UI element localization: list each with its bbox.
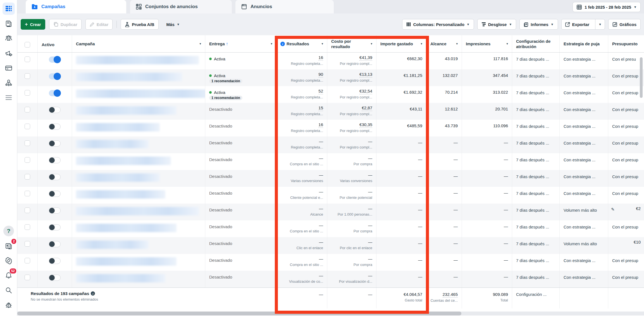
campaign-toggle[interactable]	[49, 107, 61, 113]
campaign-name-redacted[interactable]	[72, 254, 205, 271]
campaign-toggle[interactable]	[49, 174, 61, 180]
columns-button[interactable]: Columnas: Personalizado ▼	[402, 19, 474, 30]
header-budget[interactable]: Presupuesto	[608, 35, 644, 52]
edit-button[interactable]: Editar	[85, 19, 113, 30]
ads-manager-icon[interactable]	[3, 3, 15, 15]
header-campaign[interactable]: Campaña▾	[72, 35, 205, 52]
business-assets-icon[interactable]	[3, 77, 15, 89]
campaign-toggle[interactable]	[49, 56, 61, 63]
row-checkbox[interactable]	[25, 124, 30, 129]
billing-icon[interactable]	[3, 62, 15, 74]
select-all-checkbox[interactable]	[25, 42, 30, 48]
create-button[interactable]: + Crear	[21, 19, 45, 30]
account-overview-icon[interactable]	[3, 17, 15, 30]
row-checkbox[interactable]	[25, 275, 30, 280]
export-button[interactable]: Exportar ▼	[561, 19, 605, 30]
campaign-toggle[interactable]	[49, 275, 61, 281]
row-checkbox[interactable]	[25, 207, 30, 213]
row-checkbox[interactable]	[25, 56, 30, 62]
menu-icon[interactable]	[3, 91, 15, 104]
audiences-icon[interactable]	[3, 32, 15, 44]
duplicate-button[interactable]: Duplicar	[49, 19, 82, 30]
header-attribution[interactable]: Configuración de atribución	[512, 35, 560, 52]
campaign-name-redacted[interactable]	[72, 187, 205, 204]
campaign-name-redacted[interactable]	[72, 136, 205, 153]
campaign-name-redacted[interactable]	[72, 86, 205, 103]
campaign-name-redacted[interactable]	[72, 170, 205, 187]
campaign-toggle[interactable]	[49, 124, 61, 130]
row-checkbox[interactable]	[25, 107, 30, 112]
campaign-name-redacted[interactable]	[72, 237, 205, 254]
header-results[interactable]: iResultados▾	[276, 35, 327, 52]
campaign-toggle[interactable]	[49, 73, 61, 79]
cost-per-result-cell: €30,35Por registro compl...	[327, 120, 376, 136]
campaign-name-redacted[interactable]	[72, 204, 205, 220]
header-bid-strategy[interactable]: Estrategia de puja	[560, 35, 608, 52]
row-checkbox[interactable]	[25, 90, 30, 96]
row-checkbox[interactable]	[25, 241, 30, 247]
campaign-name-redacted[interactable]	[72, 153, 205, 170]
more-button[interactable]: Más ▼	[163, 19, 184, 30]
row-checkbox[interactable]	[25, 224, 30, 230]
redacted-text	[76, 224, 176, 232]
header-cost-per-result[interactable]: Costo por resultado▾	[327, 35, 376, 52]
row-checkbox[interactable]	[25, 140, 30, 146]
campaign-toggle[interactable]	[49, 140, 61, 147]
horizontal-scrollbar[interactable]	[17, 312, 644, 315]
redacted-text	[76, 73, 182, 81]
settings-gear-icon[interactable]	[3, 254, 15, 267]
recommendation-badge[interactable]: 1 recomendación	[209, 79, 242, 83]
delivery-cell: Activa	[205, 53, 276, 69]
cost-per-result-cell: —Por visualización d...	[327, 271, 376, 287]
header-reach[interactable]: Alcance▾	[426, 35, 462, 52]
delivery-cell: Desactivado	[205, 103, 276, 120]
header-impressions[interactable]: Impresiones▾	[462, 35, 512, 52]
campaign-toggle[interactable]	[49, 191, 61, 197]
row-checkbox[interactable]	[25, 174, 30, 180]
row-checkbox[interactable]	[25, 157, 30, 163]
tab-campaigns[interactable]: Campañas	[26, 0, 126, 13]
budget-cell: Con el presup	[608, 153, 644, 170]
notifications-bell-icon[interactable]: 52	[3, 269, 15, 282]
header-amount-spent[interactable]: Importe gastado▾	[376, 35, 426, 52]
edit-budget-icon[interactable]: ✎	[611, 207, 615, 212]
recommendation-badge[interactable]: 1 recomendación	[209, 96, 242, 100]
row-checkbox[interactable]	[25, 258, 30, 263]
horizontal-scrollbar-thumb[interactable]	[17, 312, 461, 315]
header-delivery[interactable]: Entrega↑▾	[205, 35, 276, 52]
campaign-toggle[interactable]	[49, 224, 61, 230]
info-icon[interactable]: i	[280, 42, 285, 46]
search-icon[interactable]	[3, 284, 15, 296]
campaign-toggle[interactable]	[49, 157, 61, 163]
row-checkbox[interactable]	[25, 191, 30, 196]
campaign-name-redacted[interactable]	[72, 220, 205, 237]
info-icon[interactable]: i	[91, 291, 95, 296]
table-row: Desactivado —Compra en el sitio ... —Por…	[17, 153, 644, 170]
export-caret[interactable]: ▼	[595, 19, 605, 29]
updates-icon[interactable]: 2	[3, 240, 15, 252]
campaign-toggle[interactable]	[49, 90, 61, 96]
left-sidebar: ? 2 52	[0, 0, 17, 316]
more-label: Más	[166, 22, 175, 27]
ab-test-button[interactable]: Prueba A/B	[121, 19, 158, 30]
tab-ad-sets[interactable]: Conjuntos de anuncios	[130, 0, 232, 13]
campaign-name-redacted[interactable]	[72, 69, 205, 86]
tab-ads[interactable]: Anuncios	[235, 0, 334, 13]
reports-button[interactable]: Informes ▼	[519, 19, 558, 30]
help-icon[interactable]: ?	[3, 225, 15, 237]
breakdown-button[interactable]: Desglose ▼	[477, 19, 516, 30]
campaign-name-redacted[interactable]	[72, 120, 205, 136]
campaign-name-redacted[interactable]	[72, 53, 205, 69]
row-checkbox[interactable]	[25, 73, 30, 79]
campaign-toggle[interactable]	[49, 241, 61, 247]
vertical-scrollbar-thumb[interactable]	[640, 57, 643, 98]
campaigns-folder-icon	[31, 4, 38, 10]
report-bug-icon[interactable]	[3, 299, 15, 311]
charts-button[interactable]: Gráficos	[608, 19, 641, 30]
ads-megaphone-icon[interactable]	[3, 47, 15, 59]
campaign-name-redacted[interactable]	[72, 271, 205, 287]
date-range-picker[interactable]: 1 feb 2025 - 28 feb 2025 ▼	[573, 2, 641, 12]
campaign-toggle[interactable]	[49, 258, 61, 264]
campaign-toggle[interactable]	[49, 207, 61, 214]
campaign-name-redacted[interactable]	[72, 103, 205, 120]
